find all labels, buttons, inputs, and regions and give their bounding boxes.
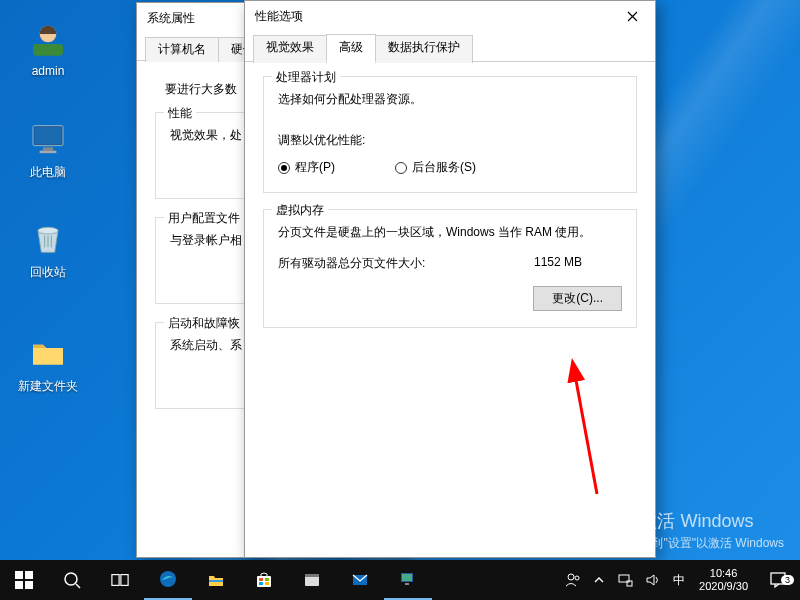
svg-rect-17 [209, 580, 223, 582]
vm-total-label: 所有驱动器总分页文件大小: [278, 255, 425, 272]
desktop-icon-recycle-bin[interactable]: 回收站 [12, 218, 84, 281]
notification-badge: 3 [781, 575, 794, 585]
close-icon [627, 11, 638, 22]
group-legend: 虚拟内存 [272, 202, 328, 219]
group-legend: 启动和故障恢 [164, 315, 244, 332]
svg-rect-20 [265, 578, 269, 581]
tab-advanced[interactable]: 高级 [326, 34, 376, 62]
svg-rect-11 [25, 581, 33, 589]
tray-ime[interactable]: 中 [667, 560, 691, 600]
tab-visual-effects[interactable]: 视觉效果 [253, 35, 327, 63]
task-view-button[interactable] [96, 560, 144, 600]
clock-date: 2020/9/30 [699, 580, 748, 593]
taskbar-app-mail[interactable] [336, 560, 384, 600]
taskbar: 中 10:46 2020/9/30 3 [0, 560, 800, 600]
change-button[interactable]: 更改(C)... [533, 286, 622, 311]
desktop-icon-label: 回收站 [12, 264, 84, 281]
user-icon [27, 18, 69, 60]
svg-point-30 [575, 576, 579, 580]
vm-total-value: 1152 MB [534, 255, 582, 272]
watermark-line2: 转到"设置"以激活 Windows [639, 535, 784, 552]
titlebar[interactable]: 性能选项 [245, 1, 655, 31]
taskbar-app-store[interactable] [240, 560, 288, 600]
close-button[interactable] [610, 1, 655, 31]
system-tray: 中 10:46 2020/9/30 3 [559, 560, 800, 600]
taskbar-app-generic[interactable] [288, 560, 336, 600]
windows-logo-icon [15, 571, 33, 589]
activation-watermark: 激活 Windows 转到"设置"以激活 Windows [639, 509, 784, 552]
tab-dep[interactable]: 数据执行保护 [375, 35, 473, 63]
svg-rect-3 [35, 127, 62, 144]
store-icon [255, 571, 273, 589]
svg-rect-19 [259, 578, 263, 581]
tray-network[interactable] [611, 560, 639, 600]
desktop-icon-label: 此电脑 [12, 164, 84, 181]
svg-rect-21 [259, 582, 263, 585]
performance-options-dialog: 性能选项 视觉效果 高级 数据执行保护 处理器计划 选择如何分配处理器资源。 调… [244, 0, 656, 558]
watermark-line1: 激活 Windows [639, 509, 784, 533]
taskbar-app-edge[interactable] [144, 560, 192, 600]
desktop-icon-label: 新建文件夹 [12, 378, 84, 395]
desktop-icon-label: admin [12, 64, 84, 78]
svg-rect-10 [15, 581, 23, 589]
cpu-desc: 选择如何分配处理器资源。 [278, 91, 622, 108]
ime-label: 中 [673, 572, 685, 589]
chevron-up-icon [593, 574, 605, 586]
folder-icon [27, 332, 69, 374]
svg-rect-28 [405, 583, 409, 585]
svg-rect-5 [40, 151, 57, 154]
dialog-title: 性能选项 [255, 8, 303, 25]
group-cpu-scheduling: 处理器计划 选择如何分配处理器资源。 调整以优化性能: 程序(P) 后台服务(S… [263, 76, 637, 193]
action-center-button[interactable]: 3 [756, 571, 800, 589]
svg-rect-18 [257, 576, 271, 587]
svg-rect-24 [305, 574, 319, 577]
svg-rect-4 [43, 147, 53, 150]
desktop-icon-admin[interactable]: admin [12, 18, 84, 78]
svg-point-6 [38, 227, 58, 234]
sysprops-icon [399, 570, 417, 588]
svg-rect-14 [112, 575, 119, 586]
svg-line-13 [76, 584, 80, 588]
start-button[interactable] [0, 560, 48, 600]
vm-desc: 分页文件是硬盘上的一块区域，Windows 当作 RAM 使用。 [278, 224, 622, 241]
taskbar-app-sysprops[interactable] [384, 560, 432, 600]
monitor-icon [27, 118, 69, 160]
radio-background-services[interactable]: 后台服务(S) [395, 159, 476, 176]
desktop-icon-this-pc[interactable]: 此电脑 [12, 118, 84, 181]
adjust-label: 调整以优化性能: [278, 132, 622, 149]
svg-rect-15 [121, 575, 128, 586]
tab-computer-name[interactable]: 计算机名 [145, 37, 219, 62]
radio-label: 程序(P) [295, 159, 335, 176]
taskbar-app-explorer[interactable] [192, 560, 240, 600]
svg-point-16 [160, 571, 176, 587]
clock-time: 10:46 [699, 567, 748, 580]
tray-people[interactable] [559, 560, 587, 600]
search-button[interactable] [48, 560, 96, 600]
group-legend: 性能 [164, 105, 196, 122]
tray-chevron-up[interactable] [587, 560, 611, 600]
network-icon [617, 572, 633, 588]
svg-point-12 [65, 573, 77, 585]
task-view-icon [111, 571, 129, 589]
taskbar-clock[interactable]: 10:46 2020/9/30 [691, 567, 756, 592]
app-icon [303, 571, 321, 589]
radio-icon [395, 162, 407, 174]
tabs: 视觉效果 高级 数据执行保护 [245, 33, 655, 62]
svg-rect-22 [265, 582, 269, 585]
svg-point-29 [568, 574, 574, 580]
volume-icon [645, 572, 661, 588]
radio-programs[interactable]: 程序(P) [278, 159, 335, 176]
svg-rect-9 [25, 571, 33, 579]
mail-icon [351, 571, 369, 589]
people-icon [565, 572, 581, 588]
file-explorer-icon [207, 571, 225, 589]
radio-label: 后台服务(S) [412, 159, 476, 176]
group-virtual-memory: 虚拟内存 分页文件是硬盘上的一块区域，Windows 当作 RAM 使用。 所有… [263, 209, 637, 328]
svg-rect-0 [33, 44, 63, 56]
desktop-icon-new-folder[interactable]: 新建文件夹 [12, 332, 84, 395]
search-icon [63, 571, 81, 589]
tray-volume[interactable] [639, 560, 667, 600]
svg-rect-27 [402, 574, 412, 581]
group-legend: 处理器计划 [272, 69, 340, 86]
radio-icon [278, 162, 290, 174]
